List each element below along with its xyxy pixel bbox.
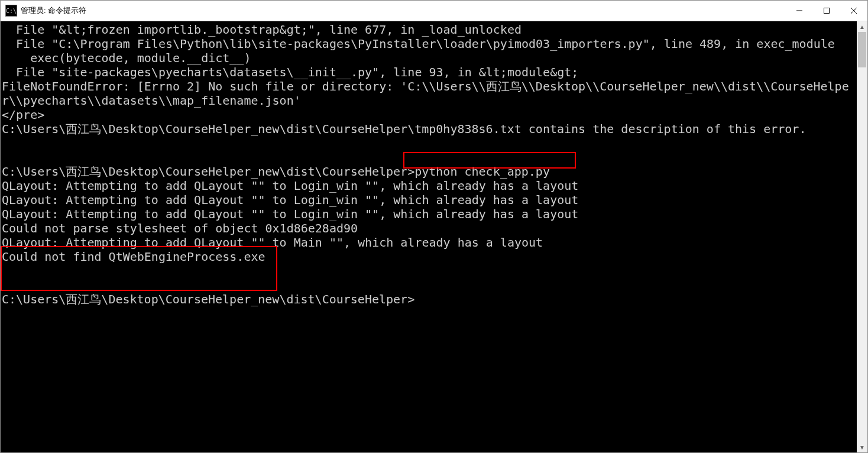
terminal-line: File "&lt;frozen importlib._bootstrap&gt… [2,22,522,37]
terminal-line: Could not find QtWebEngineProcess.exe [2,250,265,264]
scrollbar-thumb[interactable] [858,32,866,67]
terminal-line: </pre> [2,108,44,122]
window-controls [786,1,867,21]
terminal-line: C:\Users\西江鸟\Desktop\CourseHelper_new\di… [2,164,550,179]
minimize-button[interactable] [786,1,813,21]
minimize-icon [796,7,803,14]
terminal-line: QLayout: Attempting to add QLayout "" to… [2,207,578,221]
close-button[interactable] [840,1,867,21]
terminal-line: File "C:\Program Files\Python\lib\site-p… [2,37,835,51]
titlebar[interactable]: C:\ 管理员: 命令提示符 [1,1,867,21]
maximize-icon [823,7,830,14]
svg-rect-1 [824,8,830,14]
terminal-line: Could not parse stylesheet of object 0x1… [2,221,358,235]
terminal-line: C:\Users\西江鸟\Desktop\CourseHelper_new\di… [2,292,414,306]
terminal-line: File "site-packages\pyecharts\datasets\_… [2,65,578,79]
terminal-line: C:\Users\西江鸟\Desktop\CourseHelper_new\di… [2,122,806,136]
scroll-down-arrow-icon[interactable]: ▼ [857,442,867,452]
close-icon [850,7,857,14]
terminal-line: QLayout: Attempting to add QLayout "" to… [2,235,543,250]
terminal-output[interactable]: File "&lt;frozen importlib._bootstrap&gt… [1,21,857,452]
vertical-scrollbar[interactable]: ▲ ▼ [857,21,867,452]
terminal-line: FileNotFoundError: [Errno 2] No such fil… [2,79,849,93]
window-title: 管理员: 命令提示符 [21,5,86,16]
scrollbar-track[interactable] [857,32,867,442]
terminal-line: QLayout: Attempting to add QLayout "" to… [2,193,578,207]
maximize-button[interactable] [813,1,840,21]
terminal-line: exec(bytecode, module.__dict__) [2,51,251,65]
terminal-line: QLayout: Attempting to add QLayout "" to… [2,179,578,193]
scroll-up-arrow-icon[interactable]: ▲ [857,21,867,32]
terminal-area: File "&lt;frozen importlib._bootstrap&gt… [1,21,867,452]
cmd-window: C:\ 管理员: 命令提示符 File "&lt;frozen importli… [0,0,868,453]
terminal-line: r\\pyecharts\\datasets\\map_filename.jso… [2,93,301,108]
cmd-icon: C:\ [5,5,17,17]
